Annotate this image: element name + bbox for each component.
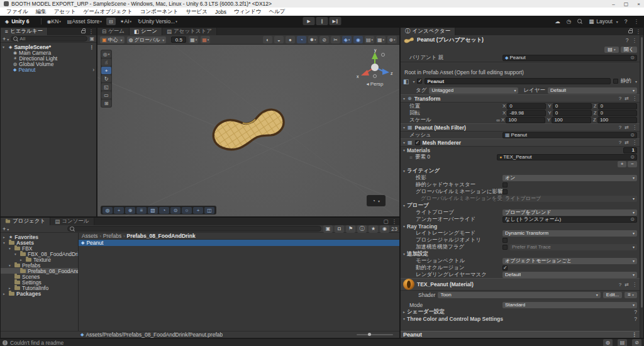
foldout-icon[interactable]: ▸ [20, 258, 24, 262]
scene-canvas[interactable]: ◎▾☝+↻◱▭⊞ y x z ◂ Persp ◔▾ [97, 45, 399, 216]
account-avatar-icon[interactable]: ◉ KN▾ [45, 18, 63, 25]
help-icon[interactable]: ? [626, 37, 629, 43]
texture-overlay-icon[interactable]: ▧ [148, 207, 158, 214]
properties-overlay-icon[interactable]: ≡ [136, 207, 147, 214]
name-field[interactable]: Peanut [425, 78, 611, 84]
hierarchy-item-peanut[interactable]: ◆Peanut› [1, 67, 96, 72]
rendering-layer-mask-dropdown[interactable]: Default [502, 272, 637, 278]
rotation-x-field[interactable] [507, 110, 546, 116]
foldout-icon[interactable]: ▸ [3, 235, 7, 239]
scene-kebab-icon[interactable]: ⋮ [89, 44, 95, 50]
transform-header[interactable]: ▾ ⊕ Transform ?⇄⋮ [401, 94, 640, 103]
scale-z-field[interactable] [597, 117, 637, 123]
step-button[interactable]: ▶∥ [330, 17, 341, 25]
menu-item-[interactable]: ウィンドウ [230, 8, 265, 16]
help-icon[interactable]: ? [619, 140, 621, 145]
hierarchy-kebab-icon[interactable]: ⋮ [89, 28, 94, 35]
dynamic-occlusion-checkbox[interactable] [502, 265, 508, 271]
ray-mode-dropdown[interactable]: Dynamic Transform [502, 230, 637, 237]
transform-tool-icon[interactable]: ⊞ [101, 99, 111, 107]
pause-button[interactable]: ∥ [316, 17, 328, 25]
remove-material-button[interactable]: − [628, 161, 637, 167]
foldout-icon[interactable]: ▾ [9, 247, 13, 250]
status-message[interactable]: Couldn't find a readme [10, 340, 64, 346]
material-header[interactable]: TEX_Peanut (Material) ?⇄⋮ [401, 278, 640, 291]
tab-game[interactable]: ⊟ ゲーム [97, 28, 130, 35]
breadcrumb-prefabs-08-foodanddrink[interactable]: Prefabs_08_FoodAndDrink [127, 233, 196, 239]
asset-store-icon[interactable]: ▤ Asset Store▾ [65, 18, 104, 25]
foldout-icon[interactable]: ▾ [3, 45, 7, 49]
light-probes-dropdown[interactable]: プローブをブレンド [502, 209, 637, 216]
asset-label-kebab-icon[interactable]: ⋮ [631, 332, 637, 338]
project-kebab-icon[interactable]: ⋮ [392, 218, 397, 225]
help-icon[interactable]: ? [619, 282, 621, 287]
shader-settings-foldout[interactable]: ▸シェーダー設定 ? [401, 308, 640, 315]
add-object-button[interactable]: +▾ [3, 36, 9, 42]
tab-asset-store[interactable]: ▤ アセットストア [162, 28, 217, 35]
cutting-icon[interactable]: ✂ [331, 36, 340, 43]
rect-tool-icon[interactable]: ▭ [101, 91, 111, 99]
menu-item-[interactable]: コンポーネント [136, 8, 182, 16]
position-y-field[interactable] [553, 103, 592, 109]
position-z-field[interactable] [598, 103, 637, 109]
drag-handle-icon[interactable]: = [409, 154, 413, 160]
anchor-override-field[interactable]: なし (トランスフォーム)⊙ [502, 216, 637, 223]
material-preview-sphere[interactable] [403, 279, 414, 290]
move-tool-icon[interactable]: + [101, 67, 111, 74]
search-icon[interactable] [577, 19, 582, 24]
accel-structure-checkbox[interactable] [502, 245, 508, 250]
tree-item-favorites[interactable]: ▸★Favorites [1, 234, 78, 240]
paint-overlay-icon[interactable]: ⊙ [170, 207, 180, 214]
help-icon[interactable]: ? [634, 309, 637, 315]
grid-snap-icon[interactable]: ▦▾ [189, 36, 198, 43]
procedural-geometry-checkbox[interactable] [502, 238, 508, 243]
shader-edit-button[interactable]: Edit... [603, 292, 622, 298]
mode-dropdown[interactable]: Standard [502, 302, 637, 308]
open-prefab-chevron-icon[interactable]: › [92, 67, 94, 73]
orientation-dropdown[interactable]: ◍ グローバル▾ [127, 36, 167, 43]
view-tool-icon[interactable]: ☝ [101, 59, 111, 66]
materials-count-field[interactable]: 1 [623, 147, 637, 153]
help-icon[interactable]: ? [619, 125, 621, 130]
component-kebab-icon[interactable]: ⋮ [632, 125, 637, 130]
cloud-icon[interactable]: ☁ [555, 18, 560, 25]
tab-hierarchy[interactable]: ≡ ヒエラルキー [1, 28, 48, 35]
pivot-dropdown[interactable]: ▣ 中心▾ [100, 36, 125, 43]
ray-tracing-section-header[interactable]: ▾Ray Tracing [401, 223, 640, 230]
foldout-icon[interactable]: ▸ [3, 292, 7, 296]
grid-settings-icon[interactable]: ▦▾ [376, 36, 386, 43]
project-search-input[interactable] [67, 226, 321, 232]
help-icon[interactable]: ? [634, 316, 637, 322]
hierarchy-search-input[interactable]: All [11, 36, 87, 42]
cast-shadows-dropdown[interactable]: オン [502, 175, 637, 181]
foldout-icon[interactable]: ▾ [14, 252, 18, 256]
info-icon[interactable]: ⓘ [357, 225, 367, 233]
help-icon[interactable]: ? [619, 96, 621, 101]
component-kebab-icon[interactable]: ⋮ [632, 282, 637, 287]
active-checkbox[interactable] [417, 79, 422, 84]
ai-sparkle-icon[interactable]: ✶ AI▾ [118, 18, 133, 25]
object-picker-icon[interactable]: ⊙ [630, 55, 635, 60]
tab-inspector[interactable]: ⓘ インスペクター [401, 28, 455, 35]
tree-item-packages[interactable]: ▸Packages [1, 291, 78, 296]
asset-item-peanut[interactable]: ◆ Peanut [79, 240, 399, 246]
menu-item-[interactable]: ファイル [3, 8, 32, 16]
favorite-filter-icon[interactable]: ★ [369, 225, 378, 233]
component-kebab-icon[interactable]: ⋮ [632, 96, 637, 101]
progress-icon[interactable]: ⊘ [632, 339, 641, 346]
foldout-icon[interactable]: ▾ [403, 96, 405, 101]
presets-icon[interactable]: ⇄ [625, 282, 629, 287]
add-material-button[interactable]: + [618, 161, 627, 167]
materials-header[interactable]: ▾Materials 1 [401, 147, 640, 153]
grid-size-field[interactable]: 0.5 [171, 36, 186, 43]
lock-icon[interactable] [628, 30, 633, 33]
mesh-field[interactable]: ▦ Peanut ⊙ [502, 132, 637, 138]
tag-dropdown[interactable]: Untagged [429, 87, 518, 94]
visibility-icon[interactable]: ◉ [380, 225, 389, 233]
search-window-icon[interactable]: ▣ [89, 36, 94, 42]
three-color-foldout[interactable]: ▾Three Color and Control Map Settings ? [401, 315, 640, 322]
tree-item-assets[interactable]: ▾Assets [1, 240, 78, 245]
scene-visibility-icon[interactable]: ◉ [353, 36, 363, 43]
scale-tool-icon[interactable]: ◱ [101, 83, 111, 91]
breadcrumb-prefabs[interactable]: Prefabs [103, 233, 121, 239]
